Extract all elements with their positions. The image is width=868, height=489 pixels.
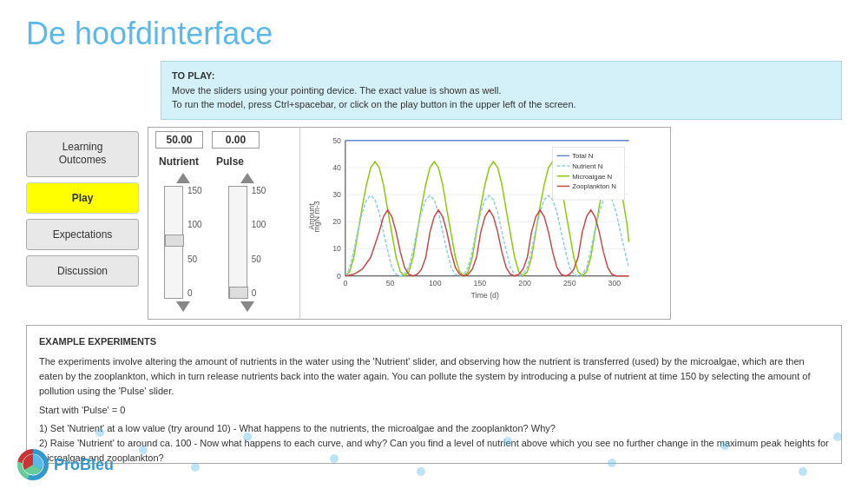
svg-text:50: 50 — [332, 135, 341, 144]
deco-dot-11 — [833, 433, 842, 441]
experiment-intro: The experiments involve altering the amo… — [39, 354, 829, 399]
nav-play-label: Play — [72, 192, 94, 204]
svg-text:200: 200 — [518, 279, 531, 287]
deco-dot-3 — [191, 463, 200, 472]
svg-text:150: 150 — [474, 279, 487, 287]
deco-dot-7 — [503, 437, 512, 446]
nutrient-label-50: 50 — [187, 254, 202, 264]
svg-text:0: 0 — [343, 279, 347, 287]
nav-discussion[interactable]: Discussion — [26, 255, 139, 287]
deco-dot-1 — [95, 428, 104, 437]
left-nav: LearningOutcomes Play Expectations Discu… — [26, 127, 139, 320]
deco-dot-2 — [139, 446, 148, 454]
pulse-slider-track[interactable] — [228, 186, 247, 299]
nutrient-label-0: 0 — [187, 288, 202, 298]
svg-text:Zooplankton N: Zooplankton N — [572, 182, 616, 190]
pulse-value-display: 0.00 — [212, 131, 260, 149]
nutrient-value-display: 50.00 — [155, 131, 203, 149]
experiment-title: EXAMPLE EXPERIMENTS — [39, 334, 829, 349]
pulse-up-arrow[interactable] — [240, 173, 254, 183]
nutrient-label-150: 150 — [187, 186, 202, 195]
deco-dot-4 — [243, 433, 252, 441]
logo-bleu: Bleu — [80, 456, 114, 473]
logo-text: ProBleu — [54, 456, 114, 474]
nutrient-up-arrow[interactable] — [176, 173, 190, 183]
logo-icon — [17, 449, 49, 480]
sliders-container: 150 100 50 0 — [155, 173, 293, 312]
nutrient-header: Nutrient — [159, 155, 199, 168]
pulse-slider-thumb[interactable] — [229, 287, 248, 299]
logo-pro: Pro — [54, 456, 80, 473]
experiment-1: 1) Set 'Nutrient' at a low value (try ar… — [39, 421, 829, 436]
nutrient-slider-wrapper: 150 100 50 0 — [164, 186, 202, 299]
svg-text:50: 50 — [386, 279, 395, 287]
svg-text:30: 30 — [332, 190, 341, 199]
svg-text:300: 300 — [608, 279, 621, 287]
nav-discussion-label: Discussion — [57, 265, 108, 277]
nav-play[interactable]: Play — [26, 182, 139, 214]
sliders-area: 50.00 0.00 Nutrient Pulse — [148, 128, 300, 319]
pulse-header: Pulse — [216, 155, 244, 168]
nav-expectations[interactable]: Expectations — [26, 219, 139, 250]
svg-text:Time (d): Time (d) — [471, 291, 499, 300]
nutrient-label-100: 100 — [187, 220, 202, 229]
deco-dot-10 — [799, 467, 807, 476]
pulse-slider-wrapper: 150 100 50 0 — [228, 186, 266, 299]
svg-text:40: 40 — [332, 162, 341, 171]
svg-text:0: 0 — [337, 271, 341, 280]
nutrient-slider-thumb[interactable] — [165, 235, 184, 247]
svg-text:Microalgae N: Microalgae N — [572, 172, 612, 180]
pulse-slider-group: 150 100 50 0 — [228, 173, 266, 312]
slider-values: 50.00 0.00 — [155, 128, 293, 152]
svg-text:20: 20 — [332, 217, 341, 226]
instruction-line1: Move the sliders using your pointing dev… — [172, 85, 502, 96]
experiment-start: Start with 'Pulse' = 0 — [39, 403, 829, 418]
chart-area: Amount mgN m-3 50 40 30 20 10 — [300, 128, 670, 319]
nav-learning-outcomes[interactable]: LearningOutcomes — [26, 131, 139, 177]
pulse-label-150: 150 — [252, 186, 266, 195]
deco-dot-5 — [330, 454, 339, 463]
svg-text:100: 100 — [429, 279, 442, 287]
pulse-label-0: 0 — [252, 288, 266, 298]
experiment-2: 2) Raise 'Nutrient' to around ca. 100 - … — [39, 436, 829, 464]
svg-text:mgN m-3: mgN m-3 — [312, 201, 321, 232]
deco-dot-8 — [608, 459, 616, 467]
pulse-label-100: 100 — [252, 220, 266, 229]
deco-dot-9 — [720, 441, 729, 450]
nutrient-down-arrow[interactable] — [176, 301, 190, 312]
logo-area: ProBleu — [17, 449, 114, 480]
svg-text:10: 10 — [332, 244, 341, 253]
page-title: De hoofdinterface — [0, 0, 868, 61]
chart-svg: Amount mgN m-3 50 40 30 20 10 — [307, 132, 663, 301]
svg-text:Nutrient N: Nutrient N — [572, 162, 602, 169]
deco-dot-6 — [417, 467, 425, 476]
instruction-box: TO PLAY: Move the sliders using your poi… — [161, 61, 842, 120]
pulse-label-50: 50 — [252, 254, 266, 264]
svg-text:250: 250 — [563, 279, 576, 287]
nav-expectations-label: Expectations — [53, 228, 113, 241]
pulse-down-arrow[interactable] — [240, 301, 254, 312]
sim-panel: 50.00 0.00 Nutrient Pulse — [148, 127, 671, 320]
instruction-line2: To run the model, press Ctrl+spacebar, o… — [172, 99, 576, 109]
svg-text:Total N: Total N — [572, 152, 593, 160]
nutrient-slider-track[interactable] — [164, 186, 183, 299]
instruction-heading: TO PLAY: — [172, 70, 214, 81]
nutrient-slider-group: 150 100 50 0 — [164, 173, 202, 312]
nav-learning-outcomes-label: LearningOutcomes — [59, 141, 107, 167]
experiment-panel: EXAMPLE EXPERIMENTS The experiments invo… — [26, 325, 842, 464]
slider-headers: Nutrient Pulse — [155, 152, 293, 173]
